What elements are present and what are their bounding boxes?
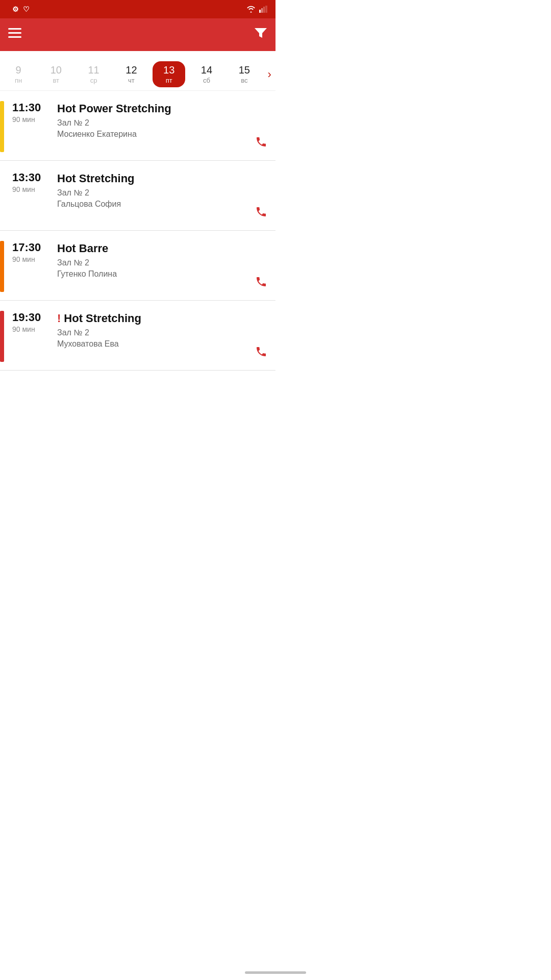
class-item-0[interactable]: 11:3090 минHot Power StretchingЗал № 2Мо… [0,91,276,161]
class-time-1: 13:30 [12,171,57,184]
phone-icon-3 [255,348,267,360]
class-details-3: !Hot StretchingЗал № 2Муховатова Ева [57,311,267,349]
class-trainer-1: Гальцова София [57,200,267,209]
classes-list: 11:3090 минHot Power StretchingЗал № 2Мо… [0,91,276,371]
class-room-3: Зал № 2 [57,328,267,337]
calendar-next-button[interactable]: › [266,68,273,81]
class-item-2[interactable]: 17:3090 минHot BarreЗал № 2Гутенко Полин… [0,231,276,301]
app-bar-actions [246,28,267,42]
class-room-0: Зал № 2 [57,118,267,128]
class-time-col-0: 11:3090 мин [12,101,57,124]
calendar-day-11[interactable]: 11ср [78,61,110,87]
class-duration-2: 90 мин [12,255,57,263]
calendar-day-13[interactable]: 13пт [153,61,185,87]
phone-icon-1 [255,208,267,220]
svg-rect-0 [259,10,261,13]
calendar-day-10[interactable]: 10вт [40,61,72,87]
class-room-2: Зал № 2 [57,258,267,267]
class-time-3: 19:30 [12,311,57,324]
days-row: 9пн10вт11ср12чт13пт14сб15вс› [0,61,276,87]
class-trainer-2: Гутенко Полина [57,270,267,279]
calendar-strip: 9пн10вт11ср12чт13пт14сб15вс› [0,51,276,91]
class-time-0: 11:30 [12,101,57,114]
class-details-0: Hot Power StretchingЗал № 2Мосиенко Екат… [57,101,267,139]
class-time-col-1: 13:3090 мин [12,171,57,193]
class-details-1: Hot StretchingЗал № 2Гальцова София [57,171,267,209]
calendar-day-15[interactable]: 15вс [228,61,261,87]
phone-icon-0 [255,138,267,151]
svg-rect-2 [263,7,265,13]
calendar-day-9[interactable]: 9пн [2,61,35,87]
class-duration-0: 90 мин [12,115,57,124]
class-indicator-0 [0,101,4,152]
class-trainer-0: Мосиенко Екатерина [57,130,267,139]
calendar-day-12[interactable]: 12чт [115,61,147,87]
phone-button-0[interactable] [255,136,267,151]
status-right [246,6,267,13]
svg-rect-4 [8,28,21,30]
class-title-row-3: !Hot Stretching [57,312,267,325]
class-title-row-2: Hot Barre [57,242,267,255]
class-details-2: Hot BarreЗал № 2Гутенко Полина [57,241,267,279]
class-room-1: Зал № 2 [57,188,267,198]
phone-icon-2 [255,278,267,290]
svg-rect-1 [261,8,263,13]
class-title-row-1: Hot Stretching [57,172,267,185]
class-time-2: 17:30 [12,241,57,254]
class-duration-3: 90 мин [12,325,57,333]
exclamation-icon-3: ! [57,312,61,325]
class-duration-1: 90 мин [12,185,57,193]
phone-button-2[interactable] [255,276,267,291]
app-bar [0,18,276,51]
phone-button-3[interactable] [255,346,267,361]
svg-rect-6 [8,36,21,38]
class-item-3[interactable]: 19:3090 мин!Hot StretchingЗал № 2Муховат… [0,301,276,371]
status-bar: ⚙ ♡ [0,0,276,18]
class-indicator-3 [0,311,4,362]
class-title-0: Hot Power Stretching [57,102,171,115]
class-title-2: Hot Barre [57,242,108,255]
gear-icon: ⚙ [12,5,19,13]
class-title-3: Hot Stretching [64,312,141,325]
class-indicator-1 [0,171,4,222]
filter-button[interactable] [254,28,267,42]
wifi-icon [246,6,256,13]
status-left: ⚙ ♡ [8,5,30,13]
calendar-day-14[interactable]: 14сб [190,61,223,87]
menu-button[interactable] [8,28,21,41]
class-indicator-2 [0,241,4,292]
class-time-col-3: 19:3090 мин [12,311,57,333]
class-title-1: Hot Stretching [57,172,135,185]
class-title-row-0: Hot Power Stretching [57,102,267,115]
phone-button-1[interactable] [255,206,267,221]
svg-rect-5 [8,32,21,34]
class-item-1[interactable]: 13:3090 минHot StretchingЗал № 2Гальцова… [0,161,276,231]
class-trainer-3: Муховатова Ева [57,339,267,349]
signal-icon [259,6,267,13]
person-pin-icon: ♡ [23,5,30,13]
class-time-col-2: 17:3090 мин [12,241,57,263]
svg-rect-3 [265,6,267,13]
